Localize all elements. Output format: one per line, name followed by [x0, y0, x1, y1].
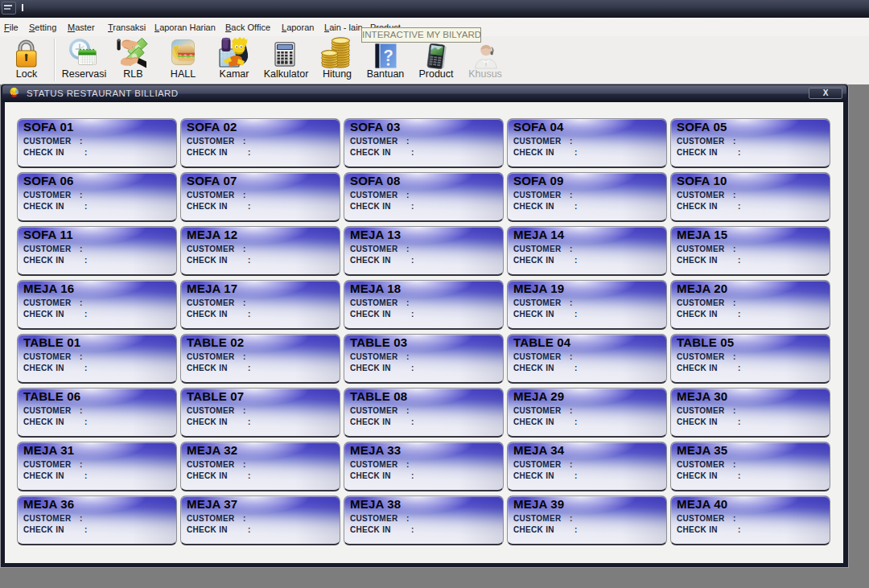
svg-text:*****: *****	[10, 95, 17, 99]
svg-text:?: ?	[383, 47, 393, 64]
